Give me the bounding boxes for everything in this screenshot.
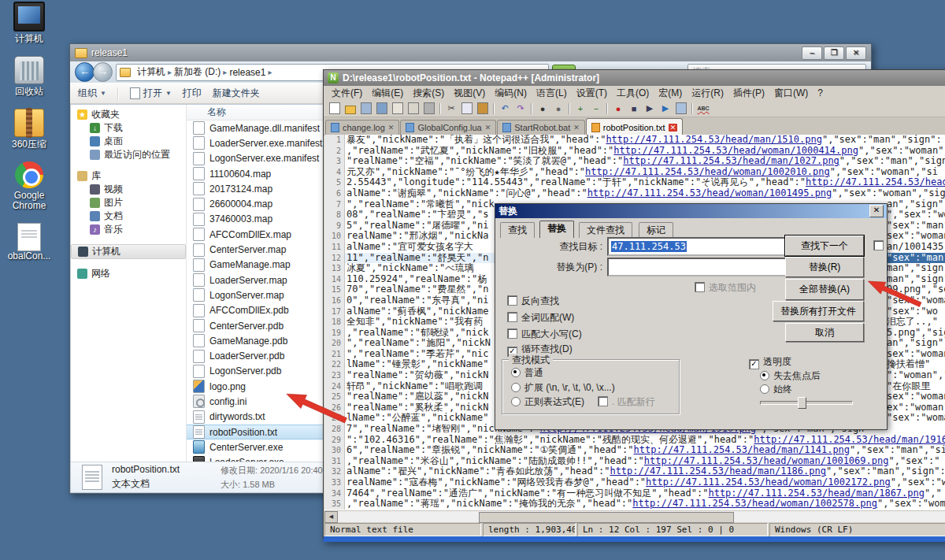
url-text[interactable]: http://47.111.254.53/head/man/1141.png bbox=[634, 445, 850, 455]
replace-all-open-files-button[interactable]: 替换所有打开文件 bbox=[773, 301, 864, 321]
file-row[interactable]: robotPosition.txt bbox=[187, 425, 335, 439]
run-macro-multi-icon[interactable]: ▶ bbox=[658, 102, 673, 115]
dialog-tab-文件查找[interactable]: 文件查找 bbox=[579, 222, 632, 238]
copy-icon[interactable] bbox=[460, 102, 474, 115]
file-row[interactable]: LogonServer.map bbox=[187, 287, 335, 302]
cut-icon[interactable]: ✂ bbox=[444, 102, 458, 115]
transparency-checkbox[interactable]: ✓透明度 bbox=[749, 355, 791, 369]
file-row[interactable]: AFCComDllEx.map bbox=[187, 227, 335, 242]
sidebar-item-dl[interactable]: ↓下载 bbox=[71, 121, 186, 135]
tab-close-icon[interactable]: ✕ bbox=[388, 124, 395, 132]
match-case-checkbox[interactable]: 匹配大小写(C) bbox=[507, 328, 582, 341]
close-button[interactable]: ✕ bbox=[846, 46, 866, 60]
file-row[interactable]: CenterServer.exe bbox=[187, 439, 335, 454]
file-row[interactable]: CenterServer.pdb bbox=[187, 318, 335, 333]
breadcrumb-item[interactable]: release1 bbox=[229, 67, 265, 78]
sidebar-item-pc[interactable]: 计算机 bbox=[71, 244, 186, 259]
url-text[interactable]: http://47.111.254.53/head/woman/1001069.… bbox=[644, 456, 889, 466]
file-row[interactable]: CenterServer.map bbox=[187, 242, 335, 257]
file-row[interactable]: 11100604.map bbox=[187, 166, 335, 181]
menu-item[interactable]: ? bbox=[813, 87, 828, 99]
dialog-tab-标记[interactable]: 标记 bbox=[639, 222, 673, 238]
menu-item[interactable]: 语言(L) bbox=[532, 86, 572, 101]
find-icon[interactable]: ● bbox=[536, 102, 550, 115]
url-text[interactable]: http://47.111.254.53/head/woman/1001495.… bbox=[587, 188, 832, 198]
organize-button[interactable]: 组织▼ bbox=[78, 87, 106, 100]
url-text[interactable]: http://47.111.254.53/head/woman/1002010.… bbox=[585, 167, 830, 177]
maximize-button[interactable]: ❐ bbox=[824, 46, 844, 60]
back-button[interactable]: ← bbox=[75, 62, 94, 82]
url-text[interactable]: http://47.111.254.53/head/woman/1002578.… bbox=[632, 499, 877, 509]
cancel-button[interactable]: 取消 bbox=[785, 323, 864, 342]
transparency-slider[interactable] bbox=[760, 396, 853, 407]
zoom-out-icon[interactable]: − bbox=[589, 102, 603, 115]
undo-icon[interactable]: ↶ bbox=[498, 102, 512, 115]
sidebar-item-star[interactable]: ★收藏夹 bbox=[71, 108, 186, 121]
sidebar-item-desk[interactable]: 桌面 bbox=[71, 135, 186, 148]
save-all-icon[interactable] bbox=[375, 102, 389, 115]
column-header-name[interactable]: 名称 bbox=[187, 105, 335, 121]
sidebar-item-docs[interactable]: 文档 bbox=[71, 210, 186, 223]
open-file-icon[interactable] bbox=[343, 102, 358, 115]
dialog-close-button[interactable]: ✕ bbox=[869, 205, 884, 217]
forward-button[interactable]: → bbox=[93, 62, 113, 82]
menu-item[interactable]: 宏(M) bbox=[654, 86, 687, 101]
backward-checkbox[interactable]: 反向查找 bbox=[507, 295, 559, 308]
url-text[interactable]: http://47.111.254.53/head/woman/1000414.… bbox=[613, 146, 858, 156]
menu-item[interactable]: 视图(V) bbox=[449, 86, 490, 101]
scroll-left-arrow[interactable]: ◀ bbox=[324, 511, 338, 523]
menu-item[interactable]: 设置(T) bbox=[572, 86, 612, 101]
sidebar-item-music[interactable]: ♪音乐 bbox=[71, 223, 186, 236]
file-row[interactable]: LoaderServer.pdb bbox=[187, 348, 335, 363]
desktop-icon-zip[interactable]: 360压缩 bbox=[3, 109, 55, 150]
new-file-icon[interactable] bbox=[328, 102, 342, 115]
file-row[interactable]: LogonServer.exe.manifest bbox=[187, 151, 335, 166]
tab-robotPosition-txt[interactable]: robotPosition.txt✕ bbox=[586, 118, 683, 135]
sidebar-item-pic[interactable]: 图片 bbox=[71, 196, 186, 210]
file-row[interactable]: AFCComDllEx.pdb bbox=[187, 303, 335, 318]
tab-GlobalConfig-lua[interactable]: GlobalConfig.lua✕ bbox=[400, 120, 496, 135]
new-folder-button[interactable]: 新建文件夹 bbox=[213, 87, 260, 100]
url-text[interactable]: http://47.111.254.53/head/man/1186.png bbox=[610, 466, 826, 477]
menu-item[interactable]: 文件(F) bbox=[327, 86, 367, 101]
open-button[interactable]: 打开▼ bbox=[130, 87, 172, 100]
file-row[interactable]: GameManage.map bbox=[187, 258, 335, 273]
menu-item[interactable]: 工具(O) bbox=[612, 86, 654, 101]
redo-icon[interactable]: ↷ bbox=[513, 102, 528, 115]
dialog-titlebar[interactable]: 替换 ✕ bbox=[495, 204, 887, 218]
tab-change-log[interactable]: change.log✕ bbox=[325, 120, 399, 135]
file-row[interactable]: GameManage.pdb bbox=[187, 333, 335, 348]
replace-all-button[interactable]: 全部替换(A) bbox=[785, 279, 864, 300]
desktop-icon-file[interactable]: obalCon... bbox=[3, 223, 55, 261]
always-radio[interactable]: 始终 bbox=[760, 383, 792, 396]
scrollbar-thumb[interactable] bbox=[479, 512, 734, 523]
dialog-tab-查找[interactable]: 查找 bbox=[500, 222, 535, 238]
sidebar-item-video[interactable]: 视频 bbox=[71, 183, 186, 196]
mode-normal-radio[interactable]: 普通 bbox=[511, 366, 543, 380]
url-text[interactable]: http://47.111.254.53/head/man/1027.png bbox=[623, 156, 839, 166]
spellcheck-icon[interactable]: ABC bbox=[696, 102, 710, 115]
dialog-tab-替换[interactable]: 替换 bbox=[539, 221, 574, 238]
desktop-icon-pc[interactable]: 计算机 bbox=[3, 2, 55, 44]
print-button[interactable]: 打印 bbox=[183, 87, 202, 100]
sidebar-item-recent[interactable]: 最近访问的位置 bbox=[71, 148, 186, 161]
url-text[interactable]: http://47.111.254.53/head/man/1867.png bbox=[708, 488, 925, 499]
menu-item[interactable]: 运行(R) bbox=[687, 86, 728, 101]
close-icon[interactable] bbox=[391, 102, 405, 115]
url-text[interactable]: http://47.111.254.53/head/m bbox=[806, 177, 945, 187]
breadcrumb-item[interactable]: 新加卷 (D:) bbox=[174, 65, 220, 79]
url-text[interactable]: http://47.111.254.53/head/man/1510.png bbox=[606, 135, 822, 145]
horizontal-scrollbar[interactable]: ◀ bbox=[324, 510, 945, 522]
zoom-in-icon[interactable]: + bbox=[573, 102, 587, 115]
paste-icon[interactable] bbox=[476, 102, 490, 115]
print-icon[interactable] bbox=[422, 102, 436, 115]
whole-word-checkbox[interactable]: 全词匹配(W) bbox=[507, 311, 574, 325]
close-all-icon[interactable] bbox=[406, 102, 421, 115]
tab-close-icon[interactable]: ✕ bbox=[573, 124, 580, 132]
menu-item[interactable]: 窗口(W) bbox=[769, 86, 813, 101]
replace-button[interactable]: 替换(R) bbox=[785, 257, 864, 277]
explorer-titlebar[interactable]: release1 – ❐ ✕ bbox=[70, 44, 871, 61]
menu-item[interactable]: 编码(N) bbox=[490, 86, 532, 101]
sidebar-item-net[interactable]: 网络 bbox=[71, 267, 186, 280]
mode-regex-radio[interactable]: 正则表达式(E) bbox=[511, 395, 584, 409]
